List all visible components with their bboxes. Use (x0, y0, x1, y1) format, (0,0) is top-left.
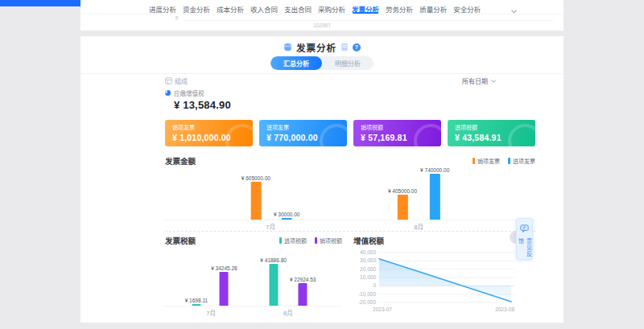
nav-tab-质量分析[interactable]: 质量分析 (419, 4, 447, 14)
stat-card-value: ¥ 43,584.91 (455, 133, 528, 142)
x-axis-label: 7月 (266, 222, 275, 231)
vat-payable-metric: 应缴增值税 ¥ 13,584.90 (165, 88, 535, 111)
legend-label: 销项税额 (320, 236, 342, 245)
bar-value-label: ¥ 34245.28 (211, 265, 237, 271)
vat-line-chart-svg: 40,00030,00020,00010,0000-10,000-20,0002… (353, 246, 535, 317)
tab-summary-analysis[interactable]: 汇总分析 (270, 56, 322, 70)
composition-label: 组成 (165, 76, 188, 85)
help-icon[interactable]: ? (353, 43, 361, 51)
stat-card-销项税额: 销项税额¥ 57,169.81 (353, 120, 441, 146)
nav-tab-发票分析[interactable]: 发票分析 (352, 4, 379, 14)
bar-group-7月: ¥ 605000.00¥ 30000.007月 (242, 175, 300, 220)
invoice-amount-legend: 销项发票进项发票 (473, 157, 535, 165)
metric-dot-icon (165, 90, 171, 96)
tab-detail-analysis[interactable]: 明细分析 (322, 56, 374, 70)
x-axis-label: 8月 (414, 222, 423, 231)
bar-销项发票-7月 (250, 182, 261, 220)
invoice-tax-chart-title: 发票税额 (165, 235, 196, 246)
feedback-widget[interactable]: 意见反馈 (516, 218, 533, 260)
bar-销项税额-8月 (299, 283, 308, 306)
bar-column: ¥ 740000.00 (420, 167, 449, 220)
legend-item-销项税额[interactable]: 销项税额 (315, 236, 342, 245)
bar-value-label: ¥ 740000.00 (420, 167, 449, 173)
bar-column: ¥ 605000.00 (242, 175, 270, 220)
page-title-row: 发票分析 ? (80, 36, 564, 53)
date-filter-dropdown[interactable]: 所有日期 (462, 76, 497, 85)
nav-collapse-chevron-icon[interactable] (510, 4, 518, 19)
x-axis-label: 7月 (206, 308, 216, 317)
nav-tab-采购分析[interactable]: 采购分析 (318, 4, 345, 14)
top-nav-tabs: 进度分析资金分析成本分析收入合同支出合同采购分析发票分析劳务分析质量分析安全分析 (80, 0, 564, 14)
stat-card-label: 进项发票 (266, 123, 340, 131)
svg-text:20,000: 20,000 (360, 266, 376, 272)
stat-card-value: ¥ 1,010,000.00 (172, 133, 246, 142)
bar-进项税额-8月 (269, 264, 278, 306)
summary-cards-row: 销项发票¥ 1,010,000.00进项发票¥ 770,000.00销项税额¥ … (165, 120, 535, 146)
main-panel: 进度分析资金分析成本分析收入合同支出合同采购分析发票分析劳务分析质量分析安全分析… (80, 0, 564, 329)
bar-value-label: ¥ 41886.80 (260, 257, 287, 263)
nav-tab-劳务分析[interactable]: 劳务分析 (386, 4, 413, 14)
view-toggle: 汇总分析 明细分析 (270, 56, 374, 70)
vat-payable-label: 应缴增值税 (174, 88, 204, 97)
chevron-down-icon (490, 78, 497, 84)
stat-card-value: ¥ 57,169.81 (361, 133, 434, 142)
title-decor-document-icon (341, 40, 349, 55)
top-nav-bar: 进度分析资金分析成本分析收入合同支出合同采购分析发票分析劳务分析质量分析安全分析… (80, 0, 564, 31)
invoice-amount-chart-title: 发票金额 (165, 155, 196, 167)
nav-tab-资金分析[interactable]: 资金分析 (183, 4, 210, 14)
svg-text:40,000: 40,000 (360, 249, 376, 255)
x-axis-label: 8月 (283, 308, 293, 317)
legend-item-进项税额[interactable]: 进项税额 (279, 236, 307, 245)
bar-column: ¥ 1698.11 (185, 298, 208, 306)
svg-text:-10,000: -10,000 (358, 291, 376, 297)
bar-销项税额-7月 (220, 272, 229, 306)
legend-label: 进项发票 (513, 157, 535, 165)
invoice-tax-chart: 发票税额 进项税额销项税额 ¥ 1698.11¥ 34245.287月¥ 418… (165, 236, 342, 317)
svg-text:30,000: 30,000 (360, 257, 376, 263)
bar-column: ¥ 405000.00 (388, 188, 417, 220)
filter-row: 组成 所有日期 (165, 75, 535, 87)
bar-value-label: ¥ 405000.00 (388, 188, 417, 194)
bar-column: ¥ 41886.80 (260, 257, 287, 306)
nav-tab-收入合同[interactable]: 收入合同 (250, 4, 278, 14)
nav-tab-成本分析[interactable]: 成本分析 (217, 4, 244, 14)
legend-item-进项发票[interactable]: 进项发票 (508, 157, 535, 165)
legend-marker (473, 158, 475, 164)
bar-进项税额-7月 (192, 304, 200, 306)
legend-marker (315, 237, 317, 244)
bar-销项发票-8月 (398, 195, 408, 220)
nav-tab-进度分析[interactable]: 进度分析 (149, 4, 176, 14)
legend-item-销项发票[interactable]: 销项发票 (473, 157, 500, 165)
invoice-amount-plot: ¥ 605000.00¥ 30000.007月¥ 405000.00¥ 7400… (165, 167, 535, 220)
invoice-tax-plot: ¥ 1698.11¥ 34245.287月¥ 41886.80¥ 22924.5… (165, 248, 342, 306)
bar-value-label: ¥ 22924.53 (290, 277, 316, 282)
bar-group-8月: ¥ 405000.00¥ 740000.008月 (388, 167, 449, 220)
stat-card-value: ¥ 770,000.00 (266, 133, 340, 142)
scrolled-chart-value: 102967 (80, 23, 564, 28)
svg-text:2023-07: 2023-07 (373, 306, 392, 312)
bar-column: ¥ 30000.00 (274, 212, 300, 220)
stat-card-进项发票: 进项发票¥ 770,000.00 (259, 120, 347, 146)
vat-line-chart-title: 增值税额 (353, 235, 384, 246)
bar-group-7月: ¥ 1698.11¥ 34245.287月 (185, 265, 237, 306)
invoice-amount-chart: 发票金额 销项发票进项发票 ¥ 605000.00¥ 30000.007月¥ 4… (165, 156, 535, 220)
page-title: 发票分析 (296, 41, 336, 54)
invoice-tax-legend: 进项税额销项税额 (279, 236, 342, 245)
bar-column: ¥ 22924.53 (290, 277, 316, 306)
stat-card-销项发票: 销项发票¥ 1,010,000.00 (165, 120, 253, 146)
stat-card-label: 进项税额 (455, 123, 528, 131)
legend-marker (279, 237, 282, 244)
nav-tab-安全分析[interactable]: 安全分析 (453, 4, 481, 14)
legend-label: 销项发票 (477, 157, 500, 165)
feedback-chat-icon (520, 222, 529, 236)
stat-card-label: 销项税额 (361, 123, 434, 131)
nav-tab-支出合同[interactable]: 支出合同 (284, 4, 312, 14)
vat-payable-value: ¥ 13,584.90 (174, 99, 535, 111)
svg-text:2023-08: 2023-08 (495, 306, 514, 312)
invoice-analysis-card: 发票分析 ? 汇总分析 明细分析 组成 所有日期 (80, 36, 564, 323)
bar-value-label: ¥ 605000.00 (242, 175, 270, 181)
bar-value-label: ¥ 1698.11 (185, 298, 208, 303)
feedback-widget-label: 意见反馈 (517, 238, 533, 259)
svg-text:0: 0 (373, 282, 376, 288)
vat-line-chart: 增值税额 40,00030,00020,00010,0000-10,000-20… (353, 236, 535, 317)
